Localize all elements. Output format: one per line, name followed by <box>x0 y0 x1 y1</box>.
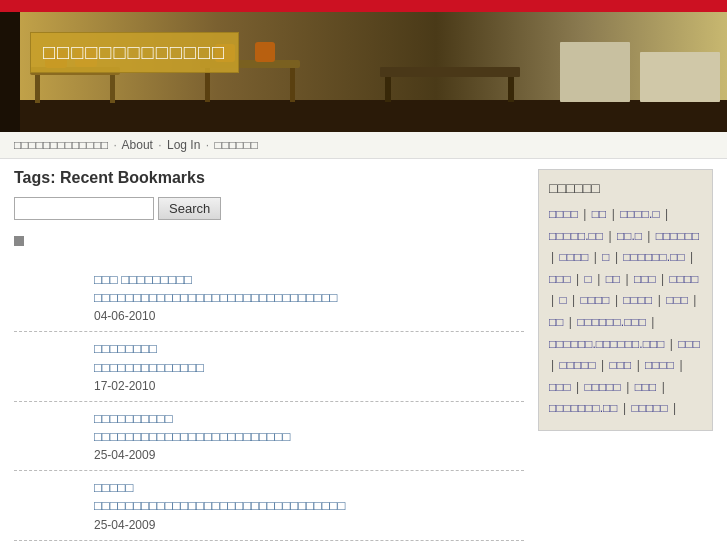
bookmark-title[interactable]: □□□ □□□□□□□□□□□□□□□□□□□□□□□□□□□□□□□□□□□□… <box>94 271 524 307</box>
nav-bar: □□□□□□□□□□□□□ · About · Log In · □□□□□□ <box>0 132 727 159</box>
tag-link[interactable]: □□□ <box>678 337 700 351</box>
page-title: Tags: Recent Bookmarks <box>14 169 524 187</box>
bookmark-date: 25-04-2009 <box>94 518 524 532</box>
tag-link[interactable]: □□□□□□□.□□ <box>549 401 618 415</box>
nav-sep-3: · <box>206 138 209 152</box>
tag-link[interactable]: □□□□ <box>581 293 610 307</box>
svg-rect-1 <box>0 12 20 132</box>
header-title-box: □□□□□□□□□□□□□ <box>30 32 239 73</box>
tag-link[interactable]: □□ <box>549 315 564 329</box>
header-background: □□□□□□□□□□□□□ <box>0 12 727 132</box>
bookmark-item: □□□ □□□□□□□□□□□□□□□□□□□□□□□□□□□□□□□□□□□□… <box>14 263 524 332</box>
tag-link[interactable]: □□□ <box>549 380 571 394</box>
tag-link[interactable]: □□.□ <box>617 229 642 243</box>
svg-rect-15 <box>385 77 391 102</box>
svg-rect-13 <box>640 52 720 102</box>
content-area: Tags: Recent Bookmarks Search □□□ □□□□□□… <box>14 169 524 545</box>
sidebar-title: □□□□□□ <box>549 180 702 196</box>
tag-link[interactable]: □ <box>602 250 609 264</box>
tag-link[interactable]: □ <box>559 293 566 307</box>
svg-rect-9 <box>290 68 295 102</box>
tag-link[interactable]: □□□ <box>549 272 571 286</box>
search-input[interactable] <box>14 197 154 220</box>
tag-link[interactable]: □□ <box>592 207 607 221</box>
svg-rect-16 <box>508 77 514 102</box>
bookmark-item: □□□□□□□□□□□□□□□□□□□□□□ 17-02-2010 <box>14 332 524 401</box>
bullet-square <box>14 236 24 246</box>
tag-link[interactable]: □□□□□□ <box>656 229 700 243</box>
nav-home[interactable]: □□□□□□□□□□□□□ <box>14 138 108 152</box>
svg-rect-8 <box>205 68 210 102</box>
header-title: □□□□□□□□□□□□□ <box>43 41 226 63</box>
sidebar: □□□□□□ □□□□ | □□ | □□□□.□ | □□□□□.□□ | □… <box>538 169 713 431</box>
svg-rect-12 <box>560 42 630 102</box>
bookmark-date: 17-02-2010 <box>94 379 524 393</box>
top-red-bar <box>0 0 727 12</box>
tag-link[interactable]: □□□□□ <box>585 380 621 394</box>
tag-link[interactable]: □□ <box>606 272 621 286</box>
bookmark-title[interactable]: □□□□□□□□□□□□□□□□□□□□□□□□□□□□□□□□□□□ <box>94 410 524 446</box>
bookmark-title[interactable]: □□□□□□□□□□□□□□□□□□□□□□□□□□□□□□□□□□□□□ <box>94 479 524 515</box>
tag-link[interactable]: □□□□ <box>623 293 652 307</box>
bookmark-item: □□□□□□□□□□□□□□□□□□□□□□□□□□□□□□□□□□□□□ 25… <box>14 471 524 540</box>
svg-rect-11 <box>255 42 275 62</box>
svg-rect-4 <box>110 75 115 103</box>
tag-link[interactable]: □□□ <box>666 293 688 307</box>
tag-link[interactable]: □□□□ <box>670 272 699 286</box>
tag-link[interactable]: □□□□□□.□□□ <box>577 315 646 329</box>
sidebar-tags: □□□□ | □□ | □□□□.□ | □□□□□.□□ | □□.□ | □… <box>549 204 702 420</box>
nav-extra[interactable]: □□□□□□ <box>214 138 258 152</box>
tag-link[interactable]: □□□□ <box>549 207 578 221</box>
bookmark-list: □□□ □□□□□□□□□□□□□□□□□□□□□□□□□□□□□□□□□□□□… <box>14 263 524 545</box>
tag-link[interactable]: □□□□ <box>645 358 674 372</box>
tag-link[interactable]: □□□□□.□□ <box>549 229 603 243</box>
tag-link[interactable]: □□□ <box>634 272 656 286</box>
bookmark-date: 25-04-2009 <box>94 448 524 462</box>
tag-link[interactable]: □□□□ <box>559 250 588 264</box>
svg-rect-14 <box>380 67 520 77</box>
nav-about[interactable]: About <box>122 138 153 152</box>
search-bar: Search <box>14 197 524 220</box>
tag-link[interactable]: □□□ <box>610 358 632 372</box>
bookmark-title[interactable]: □□□□□□□□□□□□□□□□□□□□□□ <box>94 340 524 376</box>
tag-link[interactable]: □□□□.□ <box>620 207 660 221</box>
tag-link[interactable]: □□□□□ <box>559 358 595 372</box>
bookmark-date: 04-06-2010 <box>94 309 524 323</box>
svg-rect-0 <box>0 100 727 132</box>
header-image: □□□□□□□□□□□□□ <box>0 12 727 132</box>
nav-sep-1: · <box>114 138 117 152</box>
tag-link[interactable]: □□□□□□.□□□□□□.□□□ <box>549 337 664 351</box>
tag-link[interactable]: □□□□□□.□□ <box>623 250 684 264</box>
search-button[interactable]: Search <box>158 197 221 220</box>
tag-link[interactable]: □□□□□ <box>631 401 667 415</box>
svg-rect-3 <box>35 75 40 103</box>
main-layout: Tags: Recent Bookmarks Search □□□ □□□□□□… <box>0 159 727 545</box>
tag-link[interactable]: □ <box>585 272 592 286</box>
nav-sep-2: · <box>158 138 161 152</box>
bookmark-item: □□□□□□□□□□□□□□□□□□□□□□□□□□□□□□□□□□□ 25-0… <box>14 402 524 471</box>
nav-login[interactable]: Log In <box>167 138 200 152</box>
tag-link[interactable]: □□□ <box>635 380 657 394</box>
bookmark-item: □□□□ <box>14 541 524 546</box>
